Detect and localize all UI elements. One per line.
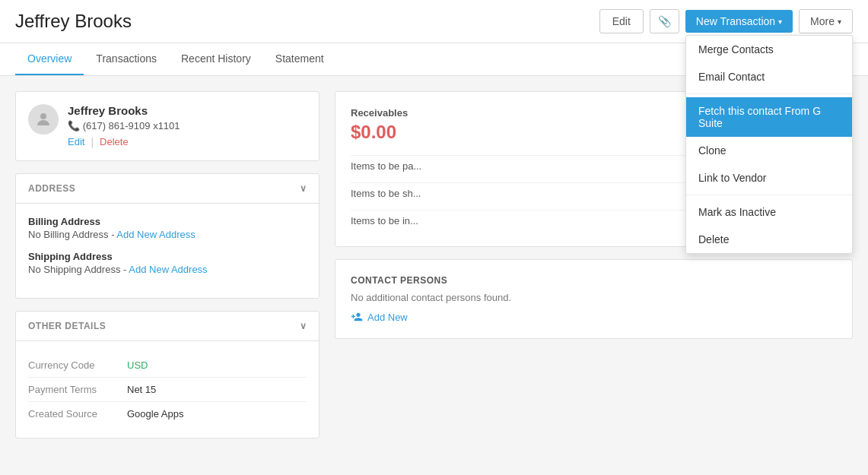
detail-row-currency: Currency Code USD	[28, 353, 307, 378]
more-dropdown-wrapper: More ▾ Merge Contacts Email Contact Fetc…	[799, 9, 853, 33]
phone-icon: 📞	[68, 120, 83, 131]
edit-button[interactable]: Edit	[599, 9, 644, 33]
avatar	[28, 104, 59, 135]
contact-name: Jeffrey Brooks	[68, 104, 180, 117]
no-contacts-text: No additional contact persons found.	[351, 292, 837, 303]
dropdown-item-link-vendor[interactable]: Link to Vendor	[686, 164, 852, 192]
tab-overview[interactable]: Overview	[15, 43, 84, 75]
chevron-down-icon: ∨	[300, 321, 307, 331]
other-details-header[interactable]: OTHER DETAILS ∨	[16, 312, 319, 341]
contact-edit-link[interactable]: Edit	[68, 136, 84, 148]
other-details-section: OTHER DETAILS ∨ Currency Code USD Paymen…	[15, 311, 320, 439]
created-source-value: Google Apps	[127, 408, 183, 420]
tab-statement[interactable]: Statement	[263, 43, 336, 75]
left-panel: Jeffrey Brooks 📞 (617) 861-9109 x1101 Ed…	[15, 91, 320, 451]
contact-phone: 📞 (617) 861-9109 x1101	[68, 120, 180, 131]
new-transaction-button[interactable]: New Transaction ▾	[685, 10, 793, 33]
address-section-body: Billing Address No Billing Address - Add…	[16, 204, 319, 298]
detail-row-payment: Payment Terms Net 15	[28, 378, 307, 402]
dropdown-item-fetch[interactable]: Fetch this contact From G Suite	[686, 97, 852, 137]
add-new-contact-button[interactable]: Add New	[351, 311, 837, 323]
billing-address-block: Billing Address No Billing Address - Add…	[28, 216, 307, 240]
shipping-address-value: No Shipping Address - Add New Address	[28, 264, 307, 275]
currency-value: USD	[127, 359, 148, 371]
more-dropdown-menu: Merge Contacts Email Contact Fetch this …	[685, 35, 853, 254]
top-actions: Edit 📎 New Transaction ▾ More ▾ Merge Co…	[599, 9, 853, 33]
top-bar: Jeffrey Brooks Edit 📎 New Transaction ▾ …	[0, 0, 868, 43]
tab-transactions[interactable]: Transactions	[84, 43, 169, 75]
other-details-body: Currency Code USD Payment Terms Net 15 C…	[16, 341, 319, 438]
dropdown-item-merge[interactable]: Merge Contacts	[686, 36, 852, 63]
attachment-button[interactable]: 📎	[650, 9, 679, 33]
contact-card: Jeffrey Brooks 📞 (617) 861-9109 x1101 Ed…	[15, 91, 320, 161]
billing-add-new-link[interactable]: Add New Address	[116, 229, 195, 240]
payment-terms-value: Net 15	[127, 384, 156, 395]
contact-delete-link[interactable]: Delete	[100, 136, 129, 148]
contact-persons-title: CONTACT PERSONS	[351, 275, 837, 286]
contact-info: Jeffrey Brooks 📞 (617) 861-9109 x1101 Ed…	[68, 104, 180, 148]
shipping-add-new-link[interactable]: Add New Address	[129, 264, 207, 275]
dropdown-divider-2	[686, 195, 852, 195]
chevron-down-icon: ∨	[300, 183, 307, 194]
billing-address-label: Billing Address	[28, 216, 307, 227]
add-person-icon	[351, 311, 363, 323]
chevron-down-icon: ▾	[778, 17, 782, 26]
shipping-address-label: Shipping Address	[28, 251, 307, 262]
tab-recent-history[interactable]: Recent History	[169, 43, 263, 75]
billing-address-value: No Billing Address - Add New Address	[28, 229, 307, 240]
dropdown-item-clone[interactable]: Clone	[686, 137, 852, 164]
svg-point-0	[40, 113, 46, 119]
dropdown-item-delete[interactable]: Delete	[686, 226, 852, 253]
dropdown-divider-1	[686, 93, 852, 94]
shipping-address-block: Shipping Address No Shipping Address - A…	[28, 251, 307, 275]
contact-actions: Edit | Delete	[68, 136, 180, 148]
chevron-down-icon: ▾	[838, 17, 841, 26]
page-title: Jeffrey Brooks	[15, 11, 132, 32]
address-section: ADDRESS ∨ Billing Address No Billing Add…	[15, 173, 320, 299]
dropdown-item-email[interactable]: Email Contact	[686, 63, 852, 90]
address-section-header[interactable]: ADDRESS ∨	[16, 174, 319, 204]
contact-persons-card: CONTACT PERSONS No additional contact pe…	[335, 259, 853, 339]
detail-row-source: Created Source Google Apps	[28, 402, 307, 426]
dropdown-item-inactive[interactable]: Mark as Inactive	[686, 198, 852, 226]
more-button[interactable]: More ▾	[799, 9, 853, 33]
